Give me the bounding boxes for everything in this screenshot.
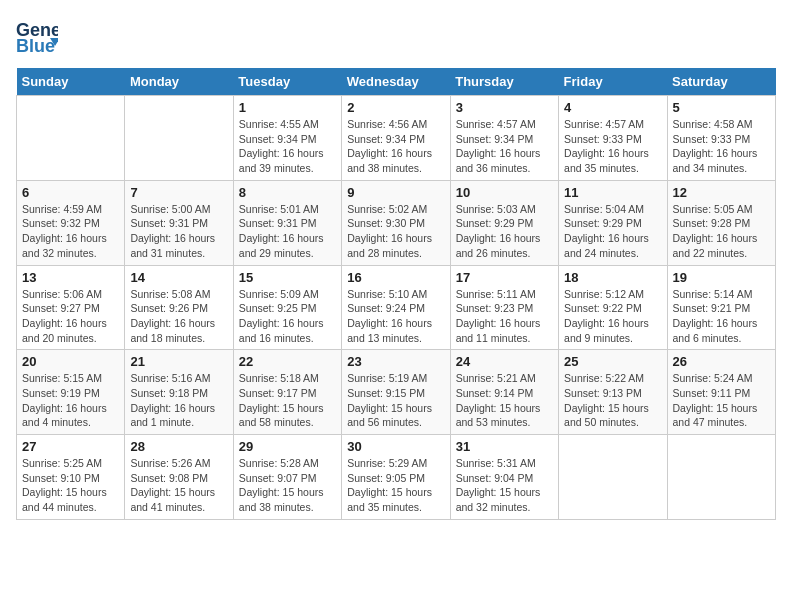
calendar-week-1: 1Sunrise: 4:55 AM Sunset: 9:34 PM Daylig… (17, 96, 776, 181)
calendar-cell (667, 435, 775, 520)
calendar-cell: 7Sunrise: 5:00 AM Sunset: 9:31 PM Daylig… (125, 180, 233, 265)
day-number: 7 (130, 185, 227, 200)
day-number: 10 (456, 185, 553, 200)
calendar-cell: 3Sunrise: 4:57 AM Sunset: 9:34 PM Daylig… (450, 96, 558, 181)
calendar-week-3: 13Sunrise: 5:06 AM Sunset: 9:27 PM Dayli… (17, 265, 776, 350)
calendar-cell: 2Sunrise: 4:56 AM Sunset: 9:34 PM Daylig… (342, 96, 450, 181)
day-info: Sunrise: 5:11 AM Sunset: 9:23 PM Dayligh… (456, 287, 553, 346)
day-number: 20 (22, 354, 119, 369)
day-info: Sunrise: 5:18 AM Sunset: 9:17 PM Dayligh… (239, 371, 336, 430)
day-header-sunday: Sunday (17, 68, 125, 96)
day-info: Sunrise: 4:57 AM Sunset: 9:34 PM Dayligh… (456, 117, 553, 176)
calendar-cell: 28Sunrise: 5:26 AM Sunset: 9:08 PM Dayli… (125, 435, 233, 520)
calendar-cell (559, 435, 667, 520)
day-info: Sunrise: 5:03 AM Sunset: 9:29 PM Dayligh… (456, 202, 553, 261)
day-info: Sunrise: 5:22 AM Sunset: 9:13 PM Dayligh… (564, 371, 661, 430)
calendar-cell: 30Sunrise: 5:29 AM Sunset: 9:05 PM Dayli… (342, 435, 450, 520)
day-info: Sunrise: 5:24 AM Sunset: 9:11 PM Dayligh… (673, 371, 770, 430)
day-info: Sunrise: 5:08 AM Sunset: 9:26 PM Dayligh… (130, 287, 227, 346)
day-info: Sunrise: 5:29 AM Sunset: 9:05 PM Dayligh… (347, 456, 444, 515)
day-number: 1 (239, 100, 336, 115)
day-info: Sunrise: 4:59 AM Sunset: 9:32 PM Dayligh… (22, 202, 119, 261)
day-number: 2 (347, 100, 444, 115)
day-number: 4 (564, 100, 661, 115)
logo-icon: General Blue (16, 16, 58, 58)
day-number: 21 (130, 354, 227, 369)
day-info: Sunrise: 5:28 AM Sunset: 9:07 PM Dayligh… (239, 456, 336, 515)
calendar-cell: 10Sunrise: 5:03 AM Sunset: 9:29 PM Dayli… (450, 180, 558, 265)
day-header-monday: Monday (125, 68, 233, 96)
calendar-week-5: 27Sunrise: 5:25 AM Sunset: 9:10 PM Dayli… (17, 435, 776, 520)
day-info: Sunrise: 5:09 AM Sunset: 9:25 PM Dayligh… (239, 287, 336, 346)
day-number: 26 (673, 354, 770, 369)
calendar-cell: 11Sunrise: 5:04 AM Sunset: 9:29 PM Dayli… (559, 180, 667, 265)
calendar-cell: 24Sunrise: 5:21 AM Sunset: 9:14 PM Dayli… (450, 350, 558, 435)
day-info: Sunrise: 5:25 AM Sunset: 9:10 PM Dayligh… (22, 456, 119, 515)
day-info: Sunrise: 5:00 AM Sunset: 9:31 PM Dayligh… (130, 202, 227, 261)
day-number: 19 (673, 270, 770, 285)
day-info: Sunrise: 4:56 AM Sunset: 9:34 PM Dayligh… (347, 117, 444, 176)
calendar-body: 1Sunrise: 4:55 AM Sunset: 9:34 PM Daylig… (17, 96, 776, 520)
svg-text:Blue: Blue (16, 36, 55, 56)
calendar-cell: 5Sunrise: 4:58 AM Sunset: 9:33 PM Daylig… (667, 96, 775, 181)
day-info: Sunrise: 5:12 AM Sunset: 9:22 PM Dayligh… (564, 287, 661, 346)
day-info: Sunrise: 5:05 AM Sunset: 9:28 PM Dayligh… (673, 202, 770, 261)
calendar-cell: 26Sunrise: 5:24 AM Sunset: 9:11 PM Dayli… (667, 350, 775, 435)
calendar-cell: 27Sunrise: 5:25 AM Sunset: 9:10 PM Dayli… (17, 435, 125, 520)
calendar-week-4: 20Sunrise: 5:15 AM Sunset: 9:19 PM Dayli… (17, 350, 776, 435)
day-number: 24 (456, 354, 553, 369)
day-number: 16 (347, 270, 444, 285)
day-info: Sunrise: 5:02 AM Sunset: 9:30 PM Dayligh… (347, 202, 444, 261)
day-info: Sunrise: 5:16 AM Sunset: 9:18 PM Dayligh… (130, 371, 227, 430)
day-number: 17 (456, 270, 553, 285)
day-number: 31 (456, 439, 553, 454)
calendar-cell: 21Sunrise: 5:16 AM Sunset: 9:18 PM Dayli… (125, 350, 233, 435)
calendar-header-row: SundayMondayTuesdayWednesdayThursdayFrid… (17, 68, 776, 96)
calendar-cell: 22Sunrise: 5:18 AM Sunset: 9:17 PM Dayli… (233, 350, 341, 435)
day-info: Sunrise: 5:26 AM Sunset: 9:08 PM Dayligh… (130, 456, 227, 515)
calendar-table: SundayMondayTuesdayWednesdayThursdayFrid… (16, 68, 776, 520)
day-number: 11 (564, 185, 661, 200)
day-number: 23 (347, 354, 444, 369)
calendar-cell: 13Sunrise: 5:06 AM Sunset: 9:27 PM Dayli… (17, 265, 125, 350)
calendar-cell: 25Sunrise: 5:22 AM Sunset: 9:13 PM Dayli… (559, 350, 667, 435)
day-number: 25 (564, 354, 661, 369)
day-info: Sunrise: 4:58 AM Sunset: 9:33 PM Dayligh… (673, 117, 770, 176)
day-number: 22 (239, 354, 336, 369)
day-number: 12 (673, 185, 770, 200)
calendar-cell: 15Sunrise: 5:09 AM Sunset: 9:25 PM Dayli… (233, 265, 341, 350)
day-number: 28 (130, 439, 227, 454)
calendar-cell: 12Sunrise: 5:05 AM Sunset: 9:28 PM Dayli… (667, 180, 775, 265)
logo: General Blue (16, 16, 58, 58)
day-number: 18 (564, 270, 661, 285)
calendar-cell: 23Sunrise: 5:19 AM Sunset: 9:15 PM Dayli… (342, 350, 450, 435)
day-number: 15 (239, 270, 336, 285)
day-info: Sunrise: 4:55 AM Sunset: 9:34 PM Dayligh… (239, 117, 336, 176)
day-number: 9 (347, 185, 444, 200)
day-info: Sunrise: 4:57 AM Sunset: 9:33 PM Dayligh… (564, 117, 661, 176)
day-info: Sunrise: 5:19 AM Sunset: 9:15 PM Dayligh… (347, 371, 444, 430)
day-number: 27 (22, 439, 119, 454)
calendar-cell: 1Sunrise: 4:55 AM Sunset: 9:34 PM Daylig… (233, 96, 341, 181)
calendar-cell: 20Sunrise: 5:15 AM Sunset: 9:19 PM Dayli… (17, 350, 125, 435)
calendar-cell: 31Sunrise: 5:31 AM Sunset: 9:04 PM Dayli… (450, 435, 558, 520)
day-number: 6 (22, 185, 119, 200)
day-number: 13 (22, 270, 119, 285)
calendar-cell: 6Sunrise: 4:59 AM Sunset: 9:32 PM Daylig… (17, 180, 125, 265)
day-header-wednesday: Wednesday (342, 68, 450, 96)
day-number: 3 (456, 100, 553, 115)
calendar-cell: 9Sunrise: 5:02 AM Sunset: 9:30 PM Daylig… (342, 180, 450, 265)
calendar-week-2: 6Sunrise: 4:59 AM Sunset: 9:32 PM Daylig… (17, 180, 776, 265)
calendar-cell (125, 96, 233, 181)
page-header: General Blue (16, 16, 776, 58)
calendar-cell: 29Sunrise: 5:28 AM Sunset: 9:07 PM Dayli… (233, 435, 341, 520)
day-info: Sunrise: 5:06 AM Sunset: 9:27 PM Dayligh… (22, 287, 119, 346)
calendar-cell: 4Sunrise: 4:57 AM Sunset: 9:33 PM Daylig… (559, 96, 667, 181)
day-info: Sunrise: 5:15 AM Sunset: 9:19 PM Dayligh… (22, 371, 119, 430)
calendar-cell: 16Sunrise: 5:10 AM Sunset: 9:24 PM Dayli… (342, 265, 450, 350)
day-number: 14 (130, 270, 227, 285)
calendar-cell: 17Sunrise: 5:11 AM Sunset: 9:23 PM Dayli… (450, 265, 558, 350)
day-info: Sunrise: 5:10 AM Sunset: 9:24 PM Dayligh… (347, 287, 444, 346)
day-number: 5 (673, 100, 770, 115)
calendar-cell: 18Sunrise: 5:12 AM Sunset: 9:22 PM Dayli… (559, 265, 667, 350)
